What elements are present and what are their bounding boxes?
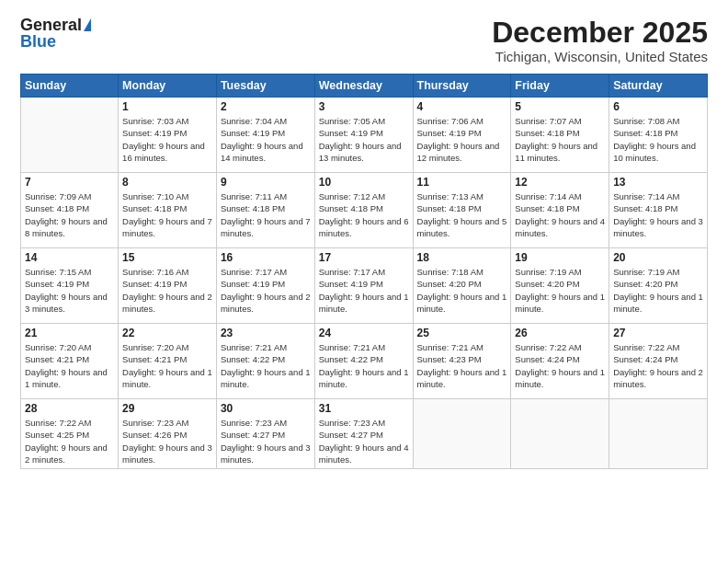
logo-blue: Blue <box>20 33 56 50</box>
table-row: 22Sunrise: 7:20 AMSunset: 4:21 PMDayligh… <box>119 324 217 399</box>
day-info: Sunrise: 7:03 AMSunset: 4:19 PMDaylight:… <box>122 115 212 164</box>
day-number: 1 <box>122 100 212 113</box>
logo-general: General <box>20 17 82 33</box>
table-row: 4Sunrise: 7:06 AMSunset: 4:19 PMDaylight… <box>413 98 511 173</box>
col-wednesday: Wednesday <box>314 75 413 98</box>
day-info: Sunrise: 7:09 AMSunset: 4:18 PMDaylight:… <box>25 190 114 239</box>
table-row: 30Sunrise: 7:23 AMSunset: 4:27 PMDayligh… <box>216 399 314 469</box>
calendar-table: Sunday Monday Tuesday Wednesday Thursday… <box>20 74 708 469</box>
table-row: 8Sunrise: 7:10 AMSunset: 4:18 PMDaylight… <box>119 173 217 248</box>
col-sunday: Sunday <box>21 75 119 98</box>
table-row: 2Sunrise: 7:04 AMSunset: 4:19 PMDaylight… <box>216 98 314 173</box>
day-info: Sunrise: 7:07 AMSunset: 4:18 PMDaylight:… <box>515 115 605 164</box>
day-info: Sunrise: 7:21 AMSunset: 4:23 PMDaylight:… <box>417 341 507 390</box>
day-number: 6 <box>613 100 703 113</box>
day-number: 21 <box>25 327 114 339</box>
day-info: Sunrise: 7:10 AMSunset: 4:18 PMDaylight:… <box>122 190 212 239</box>
day-number: 19 <box>515 251 605 264</box>
day-info: Sunrise: 7:19 AMSunset: 4:20 PMDaylight:… <box>515 266 605 315</box>
logo: General Blue <box>20 17 91 50</box>
table-row: 7Sunrise: 7:09 AMSunset: 4:18 PMDaylight… <box>21 173 119 248</box>
day-info: Sunrise: 7:23 AMSunset: 4:27 PMDaylight:… <box>221 417 311 465</box>
calendar-subtitle: Tichigan, Wisconsin, United States <box>492 49 708 64</box>
table-row <box>413 399 511 469</box>
table-row: 28Sunrise: 7:22 AMSunset: 4:25 PMDayligh… <box>21 399 119 469</box>
table-row: 1Sunrise: 7:03 AMSunset: 4:19 PMDaylight… <box>119 98 217 173</box>
day-number: 5 <box>515 100 605 113</box>
col-tuesday: Tuesday <box>216 75 314 98</box>
table-row: 11Sunrise: 7:13 AMSunset: 4:18 PMDayligh… <box>413 173 511 248</box>
day-info: Sunrise: 7:22 AMSunset: 4:24 PMDaylight:… <box>515 341 605 390</box>
day-number: 26 <box>515 327 605 339</box>
table-row: 21Sunrise: 7:20 AMSunset: 4:21 PMDayligh… <box>21 324 119 399</box>
day-info: Sunrise: 7:13 AMSunset: 4:18 PMDaylight:… <box>417 190 507 239</box>
table-row: 5Sunrise: 7:07 AMSunset: 4:18 PMDaylight… <box>511 98 609 173</box>
calendar-title: December 2025 <box>492 17 708 49</box>
table-row: 3Sunrise: 7:05 AMSunset: 4:19 PMDaylight… <box>314 98 413 173</box>
day-info: Sunrise: 7:12 AMSunset: 4:18 PMDaylight:… <box>319 190 409 239</box>
day-number: 9 <box>221 176 311 189</box>
day-number: 23 <box>221 327 311 339</box>
day-number: 31 <box>319 402 409 415</box>
table-row <box>511 399 609 469</box>
day-info: Sunrise: 7:14 AMSunset: 4:18 PMDaylight:… <box>515 190 605 239</box>
day-info: Sunrise: 7:15 AMSunset: 4:19 PMDaylight:… <box>25 266 114 315</box>
day-info: Sunrise: 7:16 AMSunset: 4:19 PMDaylight:… <box>122 266 212 315</box>
table-row: 25Sunrise: 7:21 AMSunset: 4:23 PMDayligh… <box>413 324 511 399</box>
day-info: Sunrise: 7:22 AMSunset: 4:24 PMDaylight:… <box>613 341 703 390</box>
day-info: Sunrise: 7:21 AMSunset: 4:22 PMDaylight:… <box>221 341 311 390</box>
page: General Blue December 2025 Tichigan, Wis… <box>0 0 728 563</box>
table-row: 16Sunrise: 7:17 AMSunset: 4:19 PMDayligh… <box>216 248 314 324</box>
day-number: 15 <box>122 251 212 264</box>
table-row: 17Sunrise: 7:17 AMSunset: 4:19 PMDayligh… <box>314 248 413 324</box>
day-info: Sunrise: 7:08 AMSunset: 4:18 PMDaylight:… <box>613 115 703 164</box>
table-row: 24Sunrise: 7:21 AMSunset: 4:22 PMDayligh… <box>314 324 413 399</box>
table-row: 9Sunrise: 7:11 AMSunset: 4:18 PMDaylight… <box>216 173 314 248</box>
table-row <box>21 98 119 173</box>
day-info: Sunrise: 7:14 AMSunset: 4:18 PMDaylight:… <box>613 190 703 239</box>
day-info: Sunrise: 7:04 AMSunset: 4:19 PMDaylight:… <box>221 115 311 164</box>
day-info: Sunrise: 7:17 AMSunset: 4:19 PMDaylight:… <box>221 266 311 315</box>
day-info: Sunrise: 7:23 AMSunset: 4:27 PMDaylight:… <box>319 417 409 465</box>
day-number: 25 <box>417 327 507 339</box>
table-row <box>609 399 708 469</box>
day-number: 30 <box>221 402 311 415</box>
table-row: 14Sunrise: 7:15 AMSunset: 4:19 PMDayligh… <box>21 248 119 324</box>
col-saturday: Saturday <box>609 75 708 98</box>
table-row: 23Sunrise: 7:21 AMSunset: 4:22 PMDayligh… <box>216 324 314 399</box>
day-info: Sunrise: 7:23 AMSunset: 4:26 PMDaylight:… <box>122 417 212 465</box>
day-info: Sunrise: 7:18 AMSunset: 4:20 PMDaylight:… <box>417 266 507 315</box>
day-number: 27 <box>613 327 703 339</box>
table-row: 19Sunrise: 7:19 AMSunset: 4:20 PMDayligh… <box>511 248 609 324</box>
day-number: 28 <box>25 402 114 415</box>
col-monday: Monday <box>119 75 217 98</box>
day-number: 22 <box>122 327 212 339</box>
day-number: 17 <box>319 251 409 264</box>
logo-icon <box>84 18 91 31</box>
table-row: 18Sunrise: 7:18 AMSunset: 4:20 PMDayligh… <box>413 248 511 324</box>
title-block: December 2025 Tichigan, Wisconsin, Unite… <box>492 17 708 64</box>
table-row: 26Sunrise: 7:22 AMSunset: 4:24 PMDayligh… <box>511 324 609 399</box>
day-number: 14 <box>25 251 114 264</box>
day-number: 7 <box>25 176 114 189</box>
calendar-header-row: Sunday Monday Tuesday Wednesday Thursday… <box>21 75 708 98</box>
day-number: 16 <box>221 251 311 264</box>
table-row: 10Sunrise: 7:12 AMSunset: 4:18 PMDayligh… <box>314 173 413 248</box>
table-row: 20Sunrise: 7:19 AMSunset: 4:20 PMDayligh… <box>609 248 708 324</box>
day-info: Sunrise: 7:06 AMSunset: 4:19 PMDaylight:… <box>417 115 507 164</box>
day-number: 4 <box>417 100 507 113</box>
day-number: 12 <box>515 176 605 189</box>
table-row: 31Sunrise: 7:23 AMSunset: 4:27 PMDayligh… <box>314 399 413 469</box>
day-number: 3 <box>319 100 409 113</box>
col-thursday: Thursday <box>413 75 511 98</box>
day-info: Sunrise: 7:21 AMSunset: 4:22 PMDaylight:… <box>319 341 409 390</box>
day-info: Sunrise: 7:20 AMSunset: 4:21 PMDaylight:… <box>25 341 114 390</box>
day-number: 13 <box>613 176 703 189</box>
day-info: Sunrise: 7:19 AMSunset: 4:20 PMDaylight:… <box>613 266 703 315</box>
col-friday: Friday <box>511 75 609 98</box>
table-row: 29Sunrise: 7:23 AMSunset: 4:26 PMDayligh… <box>119 399 217 469</box>
day-info: Sunrise: 7:20 AMSunset: 4:21 PMDaylight:… <box>122 341 212 390</box>
day-number: 20 <box>613 251 703 264</box>
day-number: 2 <box>221 100 311 113</box>
day-number: 24 <box>319 327 409 339</box>
